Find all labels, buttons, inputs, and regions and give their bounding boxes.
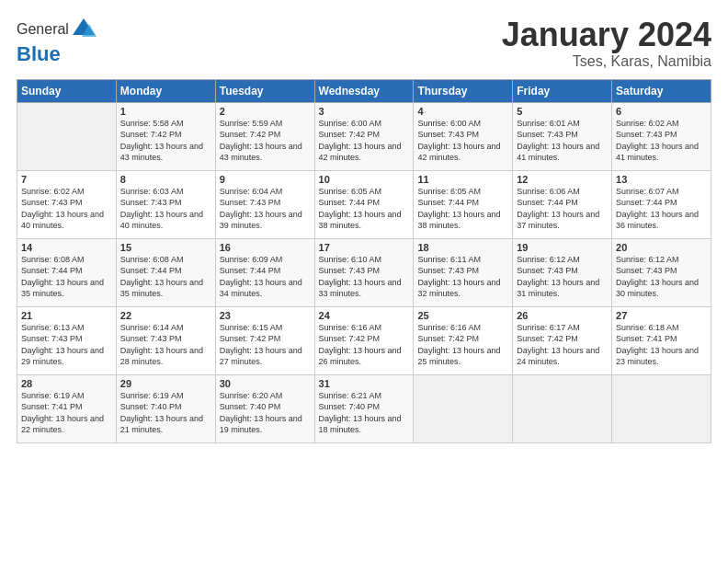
day-number: 12 xyxy=(517,174,608,185)
cell-info: Sunrise: 6:17 AMSunset: 7:42 PMDaylight:… xyxy=(517,322,608,368)
calendar-cell xyxy=(414,374,513,442)
weekday-header-saturday: Saturday xyxy=(612,79,711,102)
weekday-header-thursday: Thursday xyxy=(414,79,513,102)
calendar-cell xyxy=(513,374,612,442)
calendar-cell: 21Sunrise: 6:13 AMSunset: 7:43 PMDayligh… xyxy=(17,306,117,374)
header: General Blue January 2024 Tses, Karas, N… xyxy=(17,17,711,70)
cell-info: Sunrise: 5:59 AMSunset: 7:42 PMDaylight:… xyxy=(220,118,311,164)
day-number: 26 xyxy=(517,310,608,321)
weekday-header-monday: Monday xyxy=(116,79,215,102)
calendar-cell: 5Sunrise: 6:01 AMSunset: 7:43 PMDaylight… xyxy=(513,102,612,170)
logo-general-text: General xyxy=(17,21,69,38)
week-row-2: 7Sunrise: 6:02 AMSunset: 7:43 PMDaylight… xyxy=(17,170,711,238)
page: General Blue January 2024 Tses, Karas, N… xyxy=(0,0,728,563)
weekday-header-friday: Friday xyxy=(513,79,612,102)
cell-info: Sunrise: 6:21 AMSunset: 7:40 PMDaylight:… xyxy=(319,390,410,436)
day-number: 30 xyxy=(220,378,311,389)
calendar-cell: 1Sunrise: 5:58 AMSunset: 7:42 PMDaylight… xyxy=(116,102,215,170)
calendar-cell: 2Sunrise: 5:59 AMSunset: 7:42 PMDaylight… xyxy=(215,102,314,170)
cell-info: Sunrise: 6:12 AMSunset: 7:43 PMDaylight:… xyxy=(517,254,608,300)
cell-info: Sunrise: 6:09 AMSunset: 7:44 PMDaylight:… xyxy=(220,254,311,300)
cell-info: Sunrise: 6:13 AMSunset: 7:43 PMDaylight:… xyxy=(21,322,112,368)
cell-info: Sunrise: 6:10 AMSunset: 7:43 PMDaylight:… xyxy=(319,254,410,300)
cell-info: Sunrise: 6:06 AMSunset: 7:44 PMDaylight:… xyxy=(517,186,608,232)
day-number: 22 xyxy=(120,310,211,321)
calendar-cell: 31Sunrise: 6:21 AMSunset: 7:40 PMDayligh… xyxy=(314,374,414,442)
logo-icon xyxy=(71,17,97,42)
week-row-5: 28Sunrise: 6:19 AMSunset: 7:41 PMDayligh… xyxy=(17,374,711,442)
calendar-cell xyxy=(17,102,117,170)
cell-info: Sunrise: 6:16 AMSunset: 7:42 PMDaylight:… xyxy=(417,322,508,368)
week-row-4: 21Sunrise: 6:13 AMSunset: 7:43 PMDayligh… xyxy=(17,306,711,374)
weekday-header-tuesday: Tuesday xyxy=(215,79,314,102)
cell-info: Sunrise: 6:02 AMSunset: 7:43 PMDaylight:… xyxy=(616,118,707,164)
calendar-cell: 15Sunrise: 6:08 AMSunset: 7:44 PMDayligh… xyxy=(116,238,215,306)
day-number: 20 xyxy=(616,242,707,253)
calendar-cell: 29Sunrise: 6:19 AMSunset: 7:40 PMDayligh… xyxy=(116,374,215,442)
day-number: 18 xyxy=(417,242,508,253)
calendar-cell: 6Sunrise: 6:02 AMSunset: 7:43 PMDaylight… xyxy=(612,102,711,170)
calendar-cell: 24Sunrise: 6:16 AMSunset: 7:42 PMDayligh… xyxy=(314,306,414,374)
calendar-cell: 4Sunrise: 6:00 AMSunset: 7:43 PMDaylight… xyxy=(414,102,513,170)
cell-info: Sunrise: 6:00 AMSunset: 7:42 PMDaylight:… xyxy=(319,118,410,164)
cell-info: Sunrise: 6:05 AMSunset: 7:44 PMDaylight:… xyxy=(417,186,508,232)
day-number: 17 xyxy=(319,242,410,253)
cell-info: Sunrise: 6:08 AMSunset: 7:44 PMDaylight:… xyxy=(120,254,211,300)
weekday-header-sunday: Sunday xyxy=(17,79,117,102)
calendar-cell: 13Sunrise: 6:07 AMSunset: 7:44 PMDayligh… xyxy=(612,170,711,238)
day-number: 16 xyxy=(220,242,311,253)
week-row-1: 1Sunrise: 5:58 AMSunset: 7:42 PMDaylight… xyxy=(17,102,711,170)
calendar-cell: 27Sunrise: 6:18 AMSunset: 7:41 PMDayligh… xyxy=(612,306,711,374)
day-number: 3 xyxy=(319,106,410,117)
title-block: January 2024 Tses, Karas, Namibia xyxy=(502,17,711,70)
cell-info: Sunrise: 6:08 AMSunset: 7:44 PMDaylight:… xyxy=(21,254,112,300)
cell-info: Sunrise: 6:07 AMSunset: 7:44 PMDaylight:… xyxy=(616,186,707,232)
weekday-header-wednesday: Wednesday xyxy=(314,79,414,102)
day-number: 11 xyxy=(417,174,508,185)
cell-info: Sunrise: 6:00 AMSunset: 7:43 PMDaylight:… xyxy=(417,118,508,164)
calendar-cell xyxy=(612,374,711,442)
day-number: 9 xyxy=(220,174,311,185)
day-number: 7 xyxy=(21,174,112,185)
day-number: 19 xyxy=(517,242,608,253)
calendar-cell: 18Sunrise: 6:11 AMSunset: 7:43 PMDayligh… xyxy=(414,238,513,306)
day-number: 21 xyxy=(21,310,112,321)
calendar-cell: 14Sunrise: 6:08 AMSunset: 7:44 PMDayligh… xyxy=(17,238,117,306)
day-number: 8 xyxy=(120,174,211,185)
week-row-3: 14Sunrise: 6:08 AMSunset: 7:44 PMDayligh… xyxy=(17,238,711,306)
day-number: 27 xyxy=(616,310,707,321)
calendar-cell: 22Sunrise: 6:14 AMSunset: 7:43 PMDayligh… xyxy=(116,306,215,374)
day-number: 29 xyxy=(120,378,211,389)
calendar-cell: 7Sunrise: 6:02 AMSunset: 7:43 PMDaylight… xyxy=(17,170,117,238)
day-number: 15 xyxy=(120,242,211,253)
cell-info: Sunrise: 6:15 AMSunset: 7:42 PMDaylight:… xyxy=(220,322,311,368)
calendar-cell: 30Sunrise: 6:20 AMSunset: 7:40 PMDayligh… xyxy=(215,374,314,442)
calendar-cell: 26Sunrise: 6:17 AMSunset: 7:42 PMDayligh… xyxy=(513,306,612,374)
logo: General Blue xyxy=(17,17,97,66)
cell-info: Sunrise: 6:12 AMSunset: 7:43 PMDaylight:… xyxy=(616,254,707,300)
cell-info: Sunrise: 6:05 AMSunset: 7:44 PMDaylight:… xyxy=(319,186,410,232)
calendar-cell: 25Sunrise: 6:16 AMSunset: 7:42 PMDayligh… xyxy=(414,306,513,374)
day-number: 2 xyxy=(220,106,311,117)
calendar-cell: 28Sunrise: 6:19 AMSunset: 7:41 PMDayligh… xyxy=(17,374,117,442)
calendar-cell: 11Sunrise: 6:05 AMSunset: 7:44 PMDayligh… xyxy=(414,170,513,238)
day-number: 14 xyxy=(21,242,112,253)
day-number: 4 xyxy=(417,106,508,117)
calendar-table: SundayMondayTuesdayWednesdayThursdayFrid… xyxy=(17,79,711,443)
calendar-cell: 8Sunrise: 6:03 AMSunset: 7:43 PMDaylight… xyxy=(116,170,215,238)
cell-info: Sunrise: 6:02 AMSunset: 7:43 PMDaylight:… xyxy=(21,186,112,232)
day-number: 10 xyxy=(319,174,410,185)
weekday-header-row: SundayMondayTuesdayWednesdayThursdayFrid… xyxy=(17,79,711,102)
day-number: 5 xyxy=(517,106,608,117)
calendar-cell: 19Sunrise: 6:12 AMSunset: 7:43 PMDayligh… xyxy=(513,238,612,306)
cell-info: Sunrise: 6:19 AMSunset: 7:40 PMDaylight:… xyxy=(120,390,211,436)
cell-info: Sunrise: 6:14 AMSunset: 7:43 PMDaylight:… xyxy=(120,322,211,368)
cell-info: Sunrise: 6:19 AMSunset: 7:41 PMDaylight:… xyxy=(21,390,112,436)
calendar-subtitle: Tses, Karas, Namibia xyxy=(502,53,711,70)
calendar-cell: 12Sunrise: 6:06 AMSunset: 7:44 PMDayligh… xyxy=(513,170,612,238)
calendar-title: January 2024 xyxy=(502,17,711,53)
day-number: 13 xyxy=(616,174,707,185)
cell-info: Sunrise: 5:58 AMSunset: 7:42 PMDaylight:… xyxy=(120,118,211,164)
day-number: 1 xyxy=(120,106,211,117)
calendar-cell: 9Sunrise: 6:04 AMSunset: 7:43 PMDaylight… xyxy=(215,170,314,238)
